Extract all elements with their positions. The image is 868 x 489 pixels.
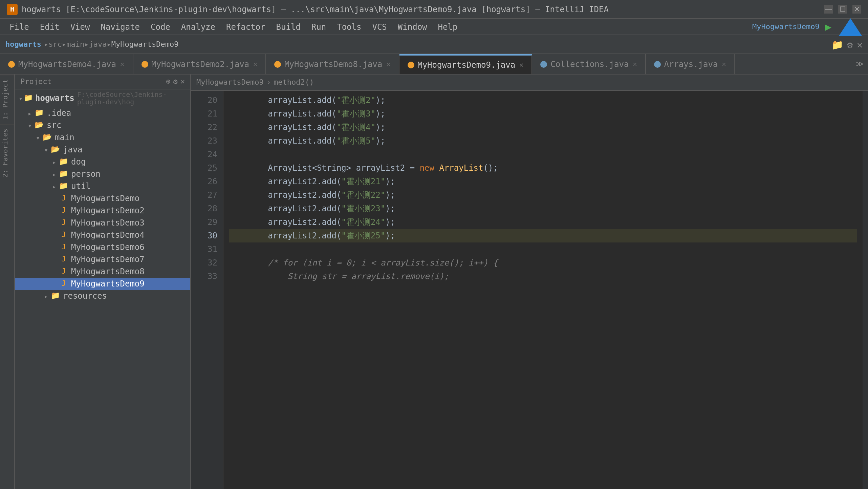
tab-arrays[interactable]: Arrays.java ✕	[646, 54, 735, 74]
toolbar-folder-icon[interactable]: 📁	[831, 39, 843, 50]
menu-tools[interactable]: Tools	[331, 21, 367, 33]
java-icon-demo: J	[58, 194, 69, 203]
menu-refactor[interactable]: Refactor	[221, 21, 271, 33]
tab-close-6[interactable]: ✕	[722, 60, 726, 68]
tree-item-main[interactable]: ▾ 📂 main	[15, 131, 190, 144]
folder-icon-dog: 📁	[58, 157, 69, 167]
folder-icon-hogwarts: 📁	[24, 93, 33, 103]
tree-label-demo: MyHogwartsDemo	[71, 194, 139, 203]
java-icon-demo9: J	[58, 279, 69, 289]
tab-close-2[interactable]: ✕	[253, 60, 257, 68]
main-layout: 1: Project 2: Favorites Structure Projec…	[0, 75, 868, 489]
tree-label-demo6: MyHogwartsDemo6	[71, 242, 145, 252]
tree-item-demo3[interactable]: J MyHogwartsDemo3	[15, 217, 190, 229]
menu-analyze[interactable]: Analyze	[176, 21, 221, 33]
tab-close-5[interactable]: ✕	[633, 60, 637, 68]
tree-item-demo8[interactable]: J MyHogwartsDemo8	[15, 265, 190, 278]
window-controls[interactable]: — ☐ ✕	[824, 5, 861, 14]
sidebar-tree: ▾ 📁 hogwarts F:\codeSource\Jenkins-plugi…	[15, 89, 190, 489]
tree-item-hogwarts[interactable]: ▾ 📁 hogwarts F:\codeSource\Jenkins-plugi…	[15, 89, 190, 107]
tree-label-main: main	[55, 133, 74, 142]
code-line-20: arrayList.add("霍小测2");	[229, 93, 857, 107]
tree-label-demo3: MyHogwartsDemo3	[71, 218, 145, 228]
folder-icon-person: 📁	[58, 169, 69, 179]
menu-help[interactable]: Help	[433, 21, 463, 33]
code-line-28: arrayList2.add("霍小测23");	[229, 202, 857, 215]
tree-arrow-hogwarts: ▾	[18, 94, 24, 102]
mini-map	[863, 91, 868, 489]
menu-run[interactable]: Run	[306, 21, 331, 33]
tab-myhogwartsdemo4[interactable]: MyHogwartsDemo4.java ✕	[0, 54, 133, 74]
toolbar-close-sidebar-icon[interactable]: ✕	[857, 39, 863, 50]
breadcrumb-method: method2()	[274, 78, 314, 87]
menu-window[interactable]: Window	[392, 21, 433, 33]
tab-close-3[interactable]: ✕	[386, 60, 390, 68]
tab-overflow-button[interactable]: ≫	[852, 54, 868, 74]
app-icon: H	[7, 4, 18, 15]
toolbar-settings-icon[interactable]: ⚙	[847, 39, 853, 50]
tree-item-idea[interactable]: ▸ 📁 .idea	[15, 107, 190, 119]
tree-arrow-util: ▸	[50, 183, 58, 190]
code-content[interactable]: arrayList.add("霍小测2"); arrayList.add("霍小…	[223, 91, 863, 489]
tree-item-demo9[interactable]: J MyHogwartsDemo9	[15, 278, 190, 290]
maximize-button[interactable]: ☐	[838, 5, 847, 14]
tree-item-src[interactable]: ▾ 📂 src	[15, 119, 190, 131]
menu-navigate[interactable]: Navigate	[95, 21, 145, 33]
tree-arrow-src: ▾	[26, 122, 34, 129]
code-line-21: arrayList.add("霍小测3");	[229, 107, 857, 121]
tree-item-demo[interactable]: J MyHogwartsDemo	[15, 192, 190, 205]
tree-item-resources[interactable]: ▸ 📁 resources	[15, 290, 190, 302]
tab-close-4[interactable]: ✕	[519, 61, 523, 68]
code-line-33: String str = arrayList.remove(i);	[229, 270, 857, 283]
tree-item-demo7[interactable]: J MyHogwartsDemo7	[15, 253, 190, 265]
breadcrumb-sep: ›	[266, 78, 271, 87]
code-line-24	[229, 148, 857, 161]
tab-close-1[interactable]: ✕	[120, 60, 124, 68]
code-line-31	[229, 242, 857, 256]
tree-item-demo4[interactable]: J MyHogwartsDemo4	[15, 229, 190, 241]
sidebar-title: Project	[20, 77, 52, 86]
menu-edit[interactable]: Edit	[35, 21, 65, 33]
sidebar-collapse-icon[interactable]: ✕	[180, 77, 185, 86]
tab-java-icon-2	[141, 61, 148, 67]
menu-file[interactable]: File	[4, 21, 35, 33]
tab-java-icon-6	[654, 61, 661, 67]
code-line-23: arrayList.add("霍小测5");	[229, 134, 857, 148]
tree-label-idea: .idea	[47, 108, 71, 118]
menu-view[interactable]: View	[65, 21, 95, 33]
tab-collections[interactable]: Collections.java ✕	[532, 54, 646, 74]
sidebar-header: Project ⊕ ⚙ ✕	[15, 75, 190, 89]
tree-label-util: util	[71, 182, 91, 191]
line-num-32: 32	[191, 256, 223, 270]
menu-code[interactable]: Code	[145, 21, 176, 33]
vert-tab-project[interactable]: 1: Project	[0, 75, 14, 124]
close-button[interactable]: ✕	[852, 5, 861, 14]
tab-java-icon-4	[407, 61, 414, 68]
vert-tab-favorites[interactable]: 2: Favorites	[0, 124, 14, 182]
tab-label-1: MyHogwartsDemo4.java	[18, 59, 116, 69]
tree-item-dog[interactable]: ▸ 📁 dog	[15, 156, 190, 168]
tab-label-3: MyHogwartsDemo8.java	[284, 59, 382, 69]
tree-item-java[interactable]: ▾ 📂 java	[15, 144, 190, 156]
tab-myhogwartsdemo9[interactable]: MyHogwartsDemo9.java ✕	[399, 54, 532, 74]
right-panel: MyHogwartsDemo9 › method2() 20 21 22 23 …	[191, 75, 868, 489]
editor-area: MyHogwartsDemo9 › method2() 20 21 22 23 …	[191, 75, 868, 489]
menu-vcs[interactable]: VCS	[367, 21, 392, 33]
tree-item-person[interactable]: ▸ 📁 person	[15, 168, 190, 180]
tab-myhogwartsdemo8[interactable]: MyHogwartsDemo8.java ✕	[266, 54, 399, 74]
tree-item-demo2[interactable]: J MyHogwartsDemo2	[15, 205, 190, 217]
tree-item-util[interactable]: ▸ 📁 util	[15, 180, 190, 192]
tencent-logo	[837, 16, 864, 38]
tree-label-demo8: MyHogwartsDemo8	[71, 267, 145, 276]
menu-build[interactable]: Build	[271, 21, 306, 33]
sidebar-add-icon[interactable]: ⊕	[166, 77, 170, 86]
tab-myhogwartsdemo2[interactable]: MyHogwartsDemo2.java ✕	[133, 54, 266, 74]
sidebar-gear-icon[interactable]: ⚙	[173, 77, 178, 86]
line-num-28: 28	[191, 202, 223, 215]
run-button[interactable]: ▶	[825, 20, 831, 33]
code-line-22: arrayList.add("霍小测4");	[229, 121, 857, 134]
line-num-24: 24	[191, 148, 223, 161]
tree-item-demo6[interactable]: J MyHogwartsDemo6	[15, 241, 190, 253]
minimize-button[interactable]: —	[824, 5, 833, 14]
title-bar: H hogwarts [E:\codeSource\Jenkins-plugin…	[0, 0, 868, 19]
